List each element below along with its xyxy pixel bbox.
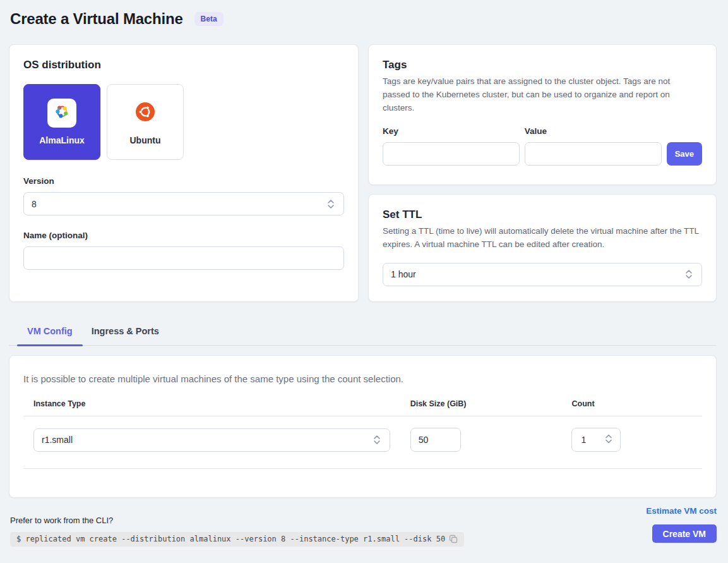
ubuntu-icon <box>134 101 156 125</box>
cli-prompt-text: Prefer to work from the CLI? <box>10 516 464 525</box>
set-ttl-title: Set TTL <box>383 209 702 221</box>
ubuntu-logo-box <box>131 99 160 128</box>
right-column: Tags Tags are key/value pairs that are a… <box>368 44 717 302</box>
vm-table-header: Instance Type Disk Size (GiB) Count <box>23 399 702 416</box>
instance-type-cell: r1.small <box>23 428 400 452</box>
count-value: 1 <box>581 435 586 445</box>
set-ttl-card: Set TTL Setting a TTL (time to live) wil… <box>368 194 717 302</box>
tag-key-input[interactable] <box>383 142 520 166</box>
ttl-select[interactable]: 1 hour <box>383 263 702 286</box>
cli-command-block: $ replicated vm create --distribution al… <box>10 532 464 547</box>
tag-value-field: Value <box>525 126 662 166</box>
tag-value-label: Value <box>525 126 662 136</box>
tab-vm-config[interactable]: VM Config <box>17 319 83 345</box>
chevron-up-down-icon <box>326 199 336 209</box>
page-header: Create a Virtual Machine Beta <box>9 9 717 28</box>
almalinux-logo-box <box>47 99 76 128</box>
version-select-value: 8 <box>32 199 37 209</box>
cli-command-text: $ replicated vm create --distribution al… <box>16 535 445 543</box>
vm-config-intro: It is possible to create multiple virtua… <box>23 373 702 384</box>
chevron-up-down-icon <box>604 434 614 446</box>
vm-config-table: Instance Type Disk Size (GiB) Count r1.s… <box>23 399 702 469</box>
tags-description: Tags are key/value pairs that are assign… <box>383 75 698 115</box>
footer: Prefer to work from the CLI? $ replicate… <box>9 506 717 547</box>
os-tile-ubuntu-label: Ubuntu <box>130 135 161 145</box>
version-select[interactable]: 8 <box>23 192 344 215</box>
estimate-vm-cost-link[interactable]: Estimate VM cost <box>646 506 717 516</box>
instance-type-select[interactable]: r1.small <box>33 428 390 452</box>
column-header-count: Count <box>561 399 702 408</box>
copy-icon[interactable] <box>449 535 458 543</box>
os-tile-ubuntu[interactable]: Ubuntu <box>107 84 184 160</box>
tabbar: VM Config Ingress & Ports <box>9 319 717 346</box>
create-vm-page: Create a Virtual Machine Beta OS distrib… <box>0 0 728 547</box>
almalinux-icon <box>52 102 71 124</box>
footer-actions: Estimate VM cost Create VM <box>646 506 717 547</box>
os-tile-almalinux-label: AlmaLinux <box>39 135 85 145</box>
vm-table-row: r1.small 1 <box>23 416 702 469</box>
page-title: Create a Virtual Machine <box>10 10 183 28</box>
tags-title: Tags <box>383 59 702 71</box>
column-header-disk-size: Disk Size (GiB) <box>400 399 562 408</box>
instance-type-value: r1.small <box>42 435 73 445</box>
os-distribution-title: OS distribution <box>23 59 344 71</box>
tag-key-label: Key <box>383 126 520 136</box>
count-cell: 1 <box>561 428 702 452</box>
count-stepper[interactable]: 1 <box>571 428 621 452</box>
set-ttl-description: Setting a TTL (time to live) will automa… <box>383 225 702 251</box>
beta-badge: Beta <box>194 12 224 26</box>
tag-key-field: Key <box>383 126 520 166</box>
tags-card: Tags Tags are key/value pairs that are a… <box>368 44 717 185</box>
tags-form: Key Value Save <box>383 126 702 166</box>
os-distribution-card: OS distribution <box>9 44 359 302</box>
chevron-up-down-icon <box>372 435 382 445</box>
disk-size-input[interactable] <box>410 428 461 452</box>
vm-name-input[interactable] <box>23 246 344 270</box>
version-label: Version <box>23 176 344 186</box>
vm-name-label: Name (optional) <box>23 231 344 240</box>
top-cards-row: OS distribution <box>9 44 717 302</box>
os-tile-almalinux[interactable]: AlmaLinux <box>23 84 100 160</box>
tag-value-input[interactable] <box>525 142 662 166</box>
disk-size-cell <box>400 428 562 452</box>
tab-ingress-ports[interactable]: Ingress & Ports <box>81 319 169 345</box>
vm-config-card: It is possible to create multiple virtua… <box>9 355 717 498</box>
save-tag-button[interactable]: Save <box>667 142 702 166</box>
chevron-up-down-icon <box>684 269 694 279</box>
create-vm-button[interactable]: Create VM <box>652 524 717 543</box>
os-tiles: AlmaLinux <box>23 84 344 160</box>
column-header-instance-type: Instance Type <box>23 399 400 408</box>
footer-cli-section: Prefer to work from the CLI? $ replicate… <box>10 516 464 547</box>
ttl-select-value: 1 hour <box>391 269 416 279</box>
